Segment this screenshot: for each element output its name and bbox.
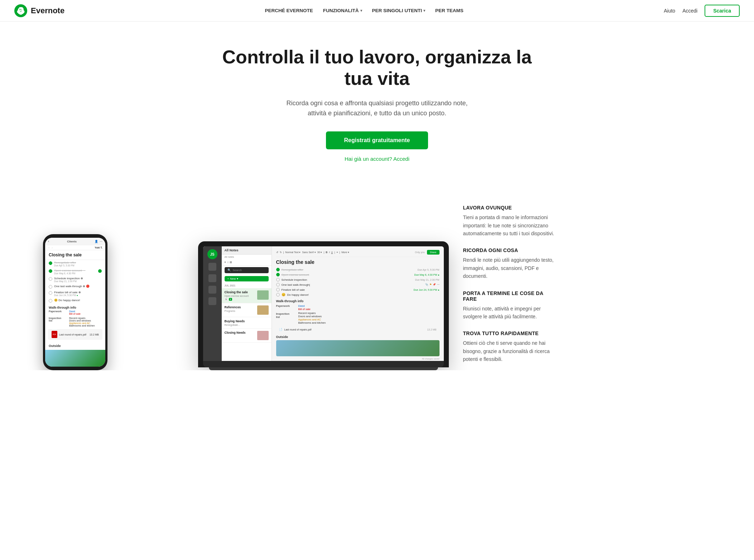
note-thumbnail [257, 290, 269, 300]
nav-link-teams[interactable]: PER TEAMS [435, 8, 464, 13]
note-item-closing[interactable]: Closing the sale Open escrow account 5 $ [222, 288, 272, 303]
laptop-device: JS All Notes All notes ≡ [198, 241, 449, 370]
nav-logo[interactable]: Evernote [14, 4, 64, 17]
sidebar-home-icon [208, 263, 216, 271]
phone-back-icon[interactable]: ‹ [48, 240, 49, 243]
sort-icon: ↕ [227, 261, 229, 264]
note-thumbnail-2 [257, 305, 269, 315]
align-icon[interactable]: ≡ [336, 251, 338, 254]
phone-more-icon[interactable]: ⋯ [100, 240, 102, 243]
task-4: One last walk-through| 📎 ⚑ 📌 ⋯ [276, 283, 440, 286]
more-icon: ⋯ [437, 283, 440, 286]
login-cta[interactable]: Hai già un account? Accedi [7, 156, 747, 162]
phone-device: ‹ Clients 👤 ⋯ ← → Yuki T. Closing the sa… [43, 234, 107, 370]
filter-icon: ≡ [225, 261, 226, 264]
scarica-button[interactable]: Scarica [705, 5, 740, 17]
new-arrow-icon: ▾ [237, 277, 238, 280]
register-button[interactable]: Registrati gratuitamente [326, 131, 428, 149]
phone-task-3: Schedule inspection ⊕ Due May 21, 2:30 P… [45, 276, 105, 284]
hero-subtitle: Ricorda ogni cosa e affronta qualsiasi p… [284, 98, 470, 119]
redo-icon[interactable]: ↻ [280, 251, 282, 254]
share-button[interactable]: Share [427, 250, 440, 255]
undo-icon[interactable]: ↺ [276, 251, 278, 254]
note-item-4[interactable]: Closing Needs [222, 329, 272, 343]
task-6: 😊 Do happy dance! [276, 293, 440, 296]
underline-icon[interactable]: U [331, 251, 333, 254]
pdf-icon: 📄 [279, 328, 282, 331]
phone-outside-image [45, 350, 105, 367]
phone-task-1: Renegotiate offer Due Apr 5, 5:30 PM [45, 260, 105, 268]
outside-image [276, 340, 440, 356]
phone-task-5: Finalize bill of sale ⊕ Due Jun 24, 5:30… [45, 290, 105, 298]
nav-link-funzionalita[interactable]: FUNZIONALITÀ ▾ [323, 8, 362, 13]
phone-profile-icon: 👤 [95, 240, 98, 243]
note-item-2[interactable]: References Programs [222, 303, 272, 317]
nav-links: PERCHÉ EVERNOTE FUNZIONALITÀ ▾ PER SINGO… [265, 8, 464, 13]
pdf-attachment[interactable]: 📄 Last round of repairs.pdf 13.2 MB [276, 327, 440, 332]
hero-title: Controlla il tuo lavoro, organizza la tu… [216, 47, 538, 90]
task-5: Finalize bill of sale Due Jun 24, 5:30 P… [276, 288, 440, 291]
navbar: Evernote PERCHÉ EVERNOTE FUNZIONALITÀ ▾ … [0, 0, 754, 21]
italic-icon[interactable]: I [329, 251, 330, 254]
note-thumbnail-3 [257, 331, 269, 340]
chevron-down-icon: ▾ [360, 9, 362, 13]
nav-right: Aiuto Accedi Scarica [664, 5, 740, 17]
phone-pdf[interactable]: PDF Last round of repairs.pdf 13.2 MB [48, 329, 102, 340]
svg-point-1 [19, 9, 20, 9]
phone-task-4: One last walk-through ⊕ 🔴 [45, 284, 105, 290]
sidebar-user-icon: JS [207, 249, 217, 259]
app-showcase: JS All Notes All notes ≡ [0, 176, 754, 370]
all-notes-label: All Notes [225, 248, 239, 252]
new-note-button[interactable]: + New ▾ [225, 276, 269, 281]
help-link[interactable]: Aiuto [664, 8, 675, 14]
logo-text: Evernote [31, 6, 64, 15]
features-section: LAVORA OVUNQUE Tieni a portata di mano l… [449, 198, 556, 370]
bold-icon[interactable]: B [326, 251, 327, 254]
note-item-3[interactable]: Buying Needs Renegotiate... [222, 317, 272, 329]
attach-icon: 📎 [425, 283, 428, 286]
login-link[interactable]: Accedi [682, 8, 697, 14]
chevron-down-icon-2: ▾ [423, 9, 425, 13]
sidebar-tasks-icon [208, 286, 216, 294]
task-1: Renegotiate offer Due Apr 5, 5:30 PM [276, 268, 440, 271]
pin-icon: 📌 [433, 283, 436, 286]
phone-task-2: Open escrow account → Due May 6, 4:30 PM [45, 268, 105, 276]
sidebar-notebooks-icon [208, 297, 216, 305]
view-icon: ⊞ [230, 261, 232, 264]
phone-task-6: 😊 Do happy dance! [45, 298, 105, 304]
feature-1: LAVORA OVUNQUE Tieni a portata di mano l… [463, 205, 556, 237]
evernote-logo-icon [14, 4, 27, 17]
task-3: Schedule inspection Due May 21, 2:30 PM [276, 278, 440, 281]
hero-section: Controlla il tuo lavoro, organizza la tu… [0, 21, 754, 176]
nav-link-perche[interactable]: PERCHÉ EVERNOTE [265, 8, 313, 13]
task-2: Open escrow account Due May 6, 4:30 PM ● [276, 273, 440, 276]
search-icon: 🔍 [227, 269, 231, 272]
search-placeholder-text: Search [233, 269, 242, 272]
search-bar[interactable]: 🔍 Search [225, 267, 269, 273]
feature-3: PORTA A TERMINE LE COSE DA FARE Riunisci… [463, 290, 556, 321]
feature-2: RICORDA OGNI COSA Rendi le note più util… [463, 247, 556, 280]
feature-4: TROVA TUTTO RAPIDAMENTE Ottieni ciò che … [463, 330, 556, 363]
sidebar-notes-icon [208, 274, 216, 282]
flag-icon: ⚑ [429, 283, 432, 286]
plus-icon: + [227, 277, 229, 280]
nav-link-singoli[interactable]: PER SINGOLI UTENTI ▾ [372, 8, 426, 13]
